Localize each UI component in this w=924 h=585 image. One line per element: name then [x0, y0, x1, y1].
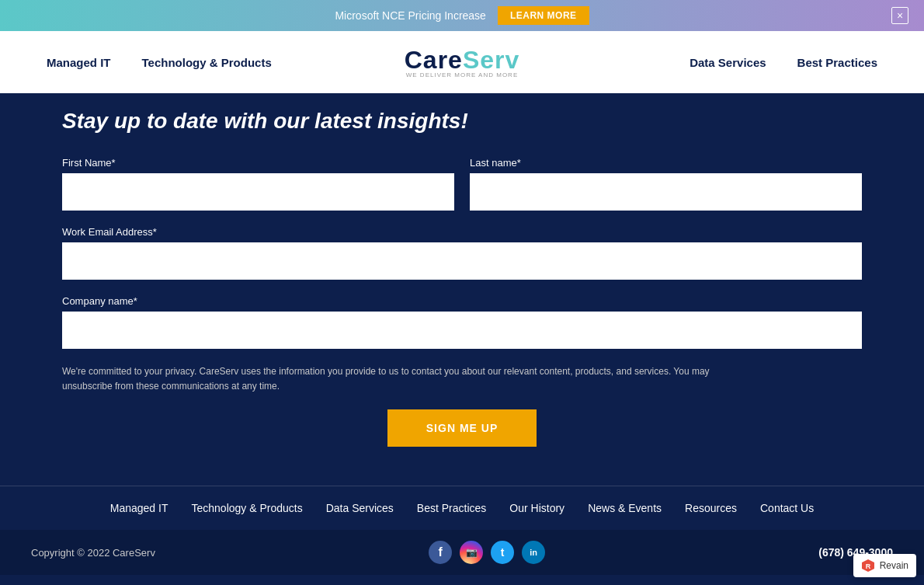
last-name-group: Last name* — [470, 157, 862, 211]
navbar: Managed IT Technology & Products CareSer… — [0, 31, 924, 93]
main-content: Stay up to date with our latest insights… — [0, 93, 924, 486]
revain-badge[interactable]: R Revain — [853, 554, 916, 577]
last-name-input[interactable] — [470, 173, 862, 211]
privacy-text: We're committed to your privacy. CareSer… — [62, 364, 761, 394]
announcement-text: Microsoft NCE Pricing Increase — [335, 9, 486, 22]
nav-best-practices[interactable]: Best Practices — [797, 56, 877, 69]
sign-up-button[interactable]: SIGN ME UP — [387, 409, 537, 447]
email-label: Work Email Address* — [62, 226, 862, 238]
svg-text:R: R — [865, 562, 870, 570]
company-input[interactable] — [62, 312, 862, 349]
close-announcement-button[interactable]: × — [891, 7, 908, 24]
revain-label: Revain — [880, 560, 908, 571]
nav-right: Data Services Best Practices — [690, 56, 877, 69]
nav-technology-products[interactable]: Technology & Products — [142, 56, 272, 69]
name-row: First Name* Last name* — [62, 157, 862, 211]
email-group: Work Email Address* — [62, 226, 862, 280]
facebook-icon[interactable]: f — [429, 541, 452, 564]
logo-sub: WE DELIVER MORE AND MORE — [406, 71, 518, 78]
first-name-group: First Name* — [62, 157, 454, 211]
nav-managed-it[interactable]: Managed IT — [47, 56, 111, 69]
revain-logo-icon: R — [861, 559, 875, 573]
announcement-bar: Microsoft NCE Pricing Increase LEARN MOR… — [0, 0, 924, 31]
bottom-bar: Copyright © 2022 CareServ f 📷 t in (678)… — [0, 530, 924, 575]
nav-logo[interactable]: CareServ WE DELIVER MORE AND MORE — [405, 46, 520, 78]
copyright-text: Copyright © 2022 CareServ — [31, 547, 155, 559]
page-title: Stay up to date with our latest insights… — [62, 109, 862, 134]
company-label: Company name* — [62, 295, 862, 307]
logo-text: CareServ — [405, 46, 520, 75]
footer-resources[interactable]: Resources — [685, 502, 737, 514]
signup-form: First Name* Last name* Work Email Addres… — [62, 157, 862, 447]
first-name-label: First Name* — [62, 157, 454, 169]
linkedin-icon[interactable]: in — [522, 541, 545, 564]
company-group: Company name* — [62, 295, 862, 349]
footer-technology-products[interactable]: Technology & Products — [191, 502, 302, 514]
twitter-icon[interactable]: t — [491, 541, 514, 564]
footer-best-practices[interactable]: Best Practices — [417, 502, 486, 514]
footer-our-history[interactable]: Our History — [509, 502, 564, 514]
footer-news-events[interactable]: News & Events — [588, 502, 662, 514]
footer-managed-it[interactable]: Managed IT — [110, 502, 168, 514]
footer-data-services[interactable]: Data Services — [326, 502, 394, 514]
first-name-input[interactable] — [62, 173, 454, 211]
nav-data-services[interactable]: Data Services — [690, 56, 766, 69]
footer-contact-us[interactable]: Contact Us — [760, 502, 814, 514]
last-name-label: Last name* — [470, 157, 862, 169]
instagram-icon[interactable]: 📷 — [460, 541, 483, 564]
learn-more-button[interactable]: LEARN MORE — [498, 6, 589, 25]
email-input[interactable] — [62, 242, 862, 280]
footer-nav: Managed IT Technology & Products Data Se… — [0, 486, 924, 530]
nav-left: Managed IT Technology & Products — [47, 56, 272, 69]
social-icons: f 📷 t in — [429, 541, 545, 564]
